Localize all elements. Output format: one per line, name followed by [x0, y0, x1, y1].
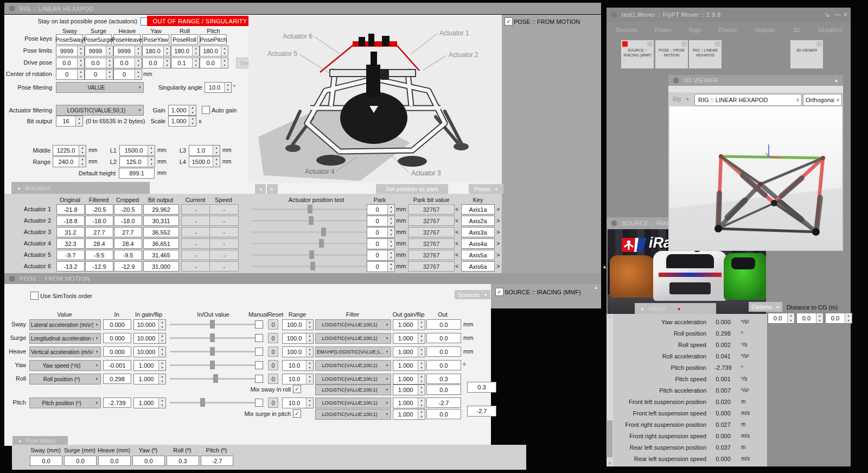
- actuator-5-park-spinner-arrows[interactable]: ▲▼: [387, 250, 394, 260]
- distance-to-cg-spinner-0-up-icon[interactable]: ▲: [788, 313, 794, 318]
- scroll-down-icon[interactable]: v: [607, 461, 613, 465]
- drive-pose-spinner-2[interactable]: 0.0▲▼: [113, 58, 142, 68]
- actuator-5-park-spinner-up-icon[interactable]: ▲: [388, 250, 394, 255]
- values-tab[interactable]: ▲ Values ●: [635, 303, 716, 314]
- tile-collapse-indicator[interactable]: [816, 41, 822, 47]
- viewer-viewport[interactable]: [669, 106, 842, 250]
- drive-pose-spinner-0-up-icon[interactable]: ▲: [78, 58, 84, 63]
- mix-out-gain-spinner-pitch-arrows[interactable]: ▲▼: [418, 409, 425, 419]
- pose-limit-spinner-3-arrows[interactable]: ▲▼: [163, 46, 170, 56]
- mix-out-gain-spinner-pitch-down-icon[interactable]: ▼: [418, 414, 425, 419]
- roll-inout-slider-thumb[interactable]: [213, 374, 218, 383]
- actuator-5-park-spinner[interactable]: 0▲▼: [367, 250, 395, 261]
- poses-flyout-button[interactable]: Poses ◄: [469, 184, 503, 194]
- yaw-in-gain-spinner-up-icon[interactable]: ▲: [159, 361, 165, 365]
- surge-out-gain-spinner[interactable]: 1.000▲▼: [393, 333, 425, 344]
- center-of-rotation-spinner-1-up-icon[interactable]: ▲: [106, 70, 113, 74]
- actuator-4-park-spinner[interactable]: 0▲▼: [367, 238, 395, 249]
- mix-out-gain-spinner-roll-arrows[interactable]: ▲▼: [418, 385, 425, 395]
- surge-out-gain-spinner-down-icon[interactable]: ▼: [418, 338, 425, 343]
- yaw-in-gain-spinner[interactable]: 1.000▲▼: [133, 360, 166, 371]
- surge-out-gain-spinner-arrows[interactable]: ▲▼: [418, 333, 425, 343]
- spinner-arrows[interactable]: ▲▼: [189, 116, 196, 126]
- yaw-range-spinner-arrows[interactable]: ▲▼: [306, 361, 313, 370]
- actuator-4-position-test-slider[interactable]: [251, 239, 381, 248]
- pose-limit-spinner-1-down-icon[interactable]: ▼: [106, 51, 113, 56]
- heave-in-gain-spinner-down-icon[interactable]: ▼: [159, 352, 165, 357]
- sway-range-spinner[interactable]: 100.0▲▼: [282, 319, 314, 330]
- pose-limit-spinner-4-arrows[interactable]: ▲▼: [192, 46, 199, 56]
- spinner-arrows[interactable]: ▲▼: [75, 116, 82, 126]
- spinner-arrows[interactable]: ▲▼: [213, 146, 220, 155]
- values-scrollbar[interactable]: ^ v: [607, 314, 613, 466]
- pose-key-input-3[interactable]: PoseYaw: [142, 34, 169, 45]
- actuator-5-position-test-slider[interactable]: [251, 250, 381, 259]
- distance-to-cg-spinner-0[interactable]: 0.0▲▼: [768, 313, 795, 324]
- scrollbar-thumb[interactable]: [607, 420, 612, 457]
- pitch-value-dropdown[interactable]: Pitch position (º)▼: [29, 398, 101, 408]
- actuator-6-position-test-slider[interactable]: [251, 262, 381, 270]
- actuator-5-position-test-slider-thumb[interactable]: [309, 250, 314, 259]
- spinner-arrows[interactable]: ▲▼: [189, 105, 196, 115]
- center-of-rotation-spinner-1-down-icon[interactable]: ▼: [106, 74, 113, 79]
- heave-value-dropdown[interactable]: Vertical acceleration (m/s²)▼: [29, 346, 101, 357]
- sway-range-spinner-up-icon[interactable]: ▲: [307, 320, 313, 325]
- heave-range-spinner-up-icon[interactable]: ▲: [307, 347, 313, 352]
- pitch-in-gain-spinner-down-icon[interactable]: ▼: [159, 403, 165, 408]
- heave-inout-slider-thumb[interactable]: [210, 347, 215, 356]
- bit-output-spinner[interactable]: 16 ▲▼: [56, 116, 83, 127]
- yaw-range-spinner-up-icon[interactable]: ▲: [307, 361, 313, 365]
- drive-pose-spinner-5-arrows[interactable]: ▲▼: [221, 58, 228, 68]
- sway-out-gain-spinner[interactable]: 1.000▲▼: [393, 319, 425, 330]
- pose-key-input-0[interactable]: PoseSway: [56, 34, 83, 45]
- pose-limit-spinner-1-up-icon[interactable]: ▲: [106, 46, 113, 51]
- roll-range-spinner[interactable]: 10.0▲▼: [282, 374, 314, 384]
- surge-range-spinner-arrows[interactable]: ▲▼: [306, 333, 313, 343]
- actuator-1-park-spinner-down-icon[interactable]: ▼: [388, 210, 394, 215]
- pose-limit-spinner-2-up-icon[interactable]: ▲: [135, 46, 142, 51]
- yaw-out-gain-spinner-down-icon[interactable]: ▼: [418, 365, 425, 370]
- center-of-rotation-spinner-0-up-icon[interactable]: ▲: [78, 70, 84, 74]
- l2-spinner[interactable]: 125.0 ▲▼: [119, 156, 155, 167]
- pose-limit-spinner-3[interactable]: 180.0▲▼: [142, 46, 171, 56]
- distance-to-cg-spinner-2-up-icon[interactable]: ▲: [845, 313, 852, 318]
- pose-values-tab[interactable]: ▲ Pose values: [12, 436, 68, 445]
- drive-pose-spinner-4-down-icon[interactable]: ▼: [193, 63, 199, 68]
- window-restore-button[interactable]: ↘: [825, 11, 830, 18]
- yaw-manual-checkbox[interactable]: [255, 361, 263, 369]
- mix-out-gain-spinner-roll-down-icon[interactable]: ▼: [418, 390, 425, 395]
- drive-pose-spinner-3-down-icon[interactable]: ▼: [164, 63, 170, 68]
- actuator-2-position-test-slider-thumb[interactable]: [309, 216, 314, 225]
- menu-item-rigs[interactable]: Rigs: [689, 27, 701, 33]
- source-iracing-checkbox[interactable]: ✓: [495, 288, 503, 296]
- heave-out-gain-spinner-arrows[interactable]: ▲▼: [418, 347, 425, 357]
- viewer-window-titlebar[interactable]: 3D VIEWER: [668, 75, 843, 86]
- actuator-5-park-spinner-down-icon[interactable]: ▼: [388, 255, 394, 260]
- drive-pose-spinner-1-arrows[interactable]: ▲▼: [106, 58, 113, 68]
- actuator-6-key-input[interactable]: Axis6a: [461, 261, 495, 272]
- actuator-3-position-test-slider-thumb[interactable]: [321, 228, 326, 236]
- sway-in-gain-spinner-arrows[interactable]: ▲▼: [158, 320, 165, 330]
- actuator-4-park-spinner-arrows[interactable]: ▲▼: [387, 239, 394, 249]
- actuator-6-park-spinner-down-icon[interactable]: ▼: [388, 267, 394, 272]
- pose-limit-spinner-2-arrows[interactable]: ▲▼: [135, 46, 142, 56]
- pitch-out-gain-spinner-arrows[interactable]: ▲▼: [418, 398, 425, 408]
- actuator-3-key-input[interactable]: Axis3a: [461, 227, 495, 237]
- window-minimize-button[interactable]: —: [834, 11, 841, 18]
- actuator-6-park-spinner[interactable]: 0▲▼: [367, 261, 395, 272]
- drive-pose-spinner-0-down-icon[interactable]: ▼: [78, 63, 84, 68]
- surge-range-spinner-up-icon[interactable]: ▲: [307, 333, 313, 338]
- menu-item-3d[interactable]: 3D: [793, 27, 800, 33]
- actuators-tab[interactable]: ▲ Actuators: [11, 182, 150, 194]
- distance-to-cg-spinner-1-down-icon[interactable]: ▼: [816, 318, 823, 323]
- pose-limit-spinner-4-up-icon[interactable]: ▲: [193, 46, 199, 51]
- pose-key-input-5[interactable]: PosePitch: [200, 34, 227, 45]
- pitch-range-spinner-down-icon[interactable]: ▼: [307, 403, 313, 408]
- yaw-range-spinner-down-icon[interactable]: ▼: [307, 365, 313, 370]
- actuator-1-position-test-slider[interactable]: [251, 205, 381, 213]
- pose-limit-spinner-5-down-icon[interactable]: ▼: [221, 51, 228, 56]
- scale-spinner[interactable]: 1.000 ▲▼: [168, 116, 196, 127]
- actuator-1-park-spinner-arrows[interactable]: ▲▼: [387, 205, 394, 215]
- heave-manual-checkbox[interactable]: [255, 348, 263, 356]
- pitch-out-gain-spinner-down-icon[interactable]: ▼: [418, 403, 425, 408]
